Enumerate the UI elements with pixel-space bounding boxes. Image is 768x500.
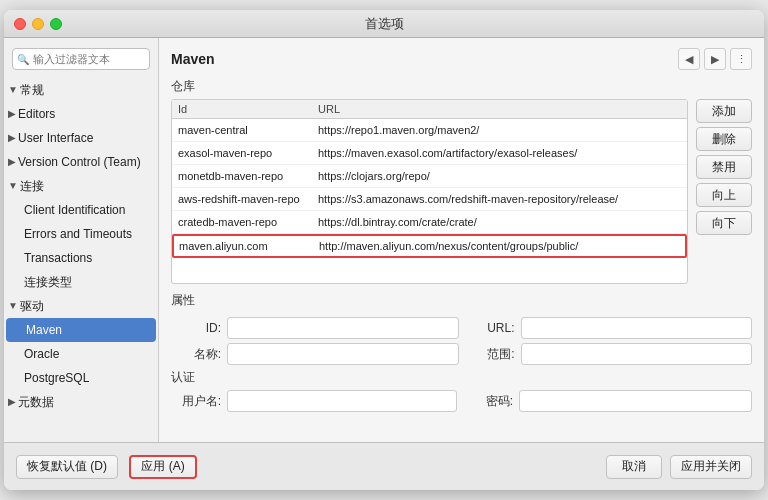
down-button[interactable]: 向下 [696,211,752,235]
sidebar-item-connections[interactable]: ▼连接 [4,174,158,198]
table-side-buttons: 添加 删除 禁用 向上 向下 [696,99,752,292]
repo-table: Id URL maven-central https://repo1.maven… [171,99,688,284]
cancel-button[interactable]: 取消 [606,455,662,479]
sidebar-item-metadata[interactable]: ▶元数据 [4,390,158,414]
header-id: Id [178,103,318,115]
traffic-lights [14,18,62,30]
add-button[interactable]: 添加 [696,99,752,123]
apply-button[interactable]: 应用 (A) [129,455,196,479]
id-input[interactable] [227,317,459,339]
sidebar-item-errors[interactable]: Errors and Timeouts [4,222,158,246]
close-button[interactable] [14,18,26,30]
cell-id: monetdb-maven-repo [178,167,318,185]
sidebar-item-version-control[interactable]: ▶Version Control (Team) [4,150,158,174]
footer-right: 取消 应用并关闭 [606,455,752,479]
sidebar-item-conn-type[interactable]: 连接类型 [4,270,158,294]
sidebar-label: 常规 [20,80,44,100]
scope-input[interactable] [521,343,753,365]
sidebar-label: 元数据 [18,392,54,412]
password-label: 密码: [463,390,513,412]
sidebar-label: 连接 [20,176,44,196]
main-panel: Maven ◀ ▶ ⋮ 仓库 Id URL maven-cent [159,38,764,442]
url-input[interactable] [521,317,753,339]
sidebar-item-driver[interactable]: ▼驱动 [4,294,158,318]
sidebar-item-postgresql[interactable]: PostgreSQL [4,366,158,390]
minimize-button[interactable] [32,18,44,30]
delete-button[interactable]: 删除 [696,127,752,151]
cell-url: https://dl.bintray.com/crate/crate/ [318,213,681,231]
id-label: ID: [171,317,221,339]
table-row[interactable]: monetdb-maven-repo https://clojars.org/r… [172,165,687,188]
arrow-icon: ▶ [8,152,16,172]
search-box: 🔍 [12,48,150,70]
apply-close-button[interactable]: 应用并关闭 [670,455,752,479]
panel-title: Maven [171,51,215,67]
cell-url: https://repo1.maven.org/maven2/ [318,121,681,139]
sidebar-label: Editors [18,104,55,124]
maximize-button[interactable] [50,18,62,30]
password-input[interactable] [519,390,752,412]
header-url: URL [318,103,681,115]
sidebar-item-client-id[interactable]: Client Identification [4,198,158,222]
name-input[interactable] [227,343,459,365]
table-body: maven-central https://repo1.maven.org/ma… [172,119,687,258]
cell-id: exasol-maven-repo [178,144,318,162]
repo-table-container: Id URL maven-central https://repo1.maven… [171,99,688,292]
disable-button[interactable]: 禁用 [696,155,752,179]
cell-id: maven-central [178,121,318,139]
table-row[interactable]: cratedb-maven-repo https://dl.bintray.co… [172,211,687,234]
sidebar-item-maven[interactable]: Maven [6,318,156,342]
title-bar: 首选项 [4,10,764,38]
cell-url: https://clojars.org/repo/ [318,167,681,185]
footer-left: 恢复默认值 (D) 应用 (A) [16,455,598,479]
url-label: URL: [465,317,515,339]
nav-back-icon[interactable]: ◀ [678,48,700,70]
search-input[interactable] [12,48,150,70]
nav-forward-icon[interactable]: ▶ [704,48,726,70]
table-row[interactable]: maven-central https://repo1.maven.org/ma… [172,119,687,142]
properties-section-label: 属性 [171,292,752,309]
sidebar-item-transactions[interactable]: Transactions [4,246,158,270]
cell-url: https://s3.amazonaws.com/redshift-maven-… [318,190,681,208]
sidebar-item-user-interface[interactable]: ▶User Interface [4,126,158,150]
restore-defaults-button[interactable]: 恢复默认值 (D) [16,455,118,479]
table-row[interactable]: exasol-maven-repo https://maven.exasol.c… [172,142,687,165]
sidebar-item-oracle[interactable]: Oracle [4,342,158,366]
cell-id: aws-redshift-maven-repo [178,190,318,208]
arrow-icon: ▼ [8,296,18,316]
menu-icon[interactable]: ⋮ [730,48,752,70]
sidebar-label: 驱动 [20,296,44,316]
sidebar-item-editors[interactable]: ▶Editors [4,102,158,126]
cell-url: https://maven.exasol.com/artifactory/exa… [318,144,681,162]
username-input[interactable] [227,390,457,412]
table-row[interactable]: maven.aliyun.com http://maven.aliyun.com… [172,234,687,258]
cell-url: http://maven.aliyun.com/nexus/content/gr… [319,237,680,255]
header-icons: ◀ ▶ ⋮ [678,48,752,70]
bottom-bar: 恢复默认值 (D) 应用 (A) 取消 应用并关闭 [4,442,764,490]
arrow-icon: ▼ [8,176,18,196]
preferences-window: 首选项 🔍 ▼常规▶Editors▶User Interface▶Version… [4,10,764,490]
arrow-icon: ▶ [8,104,16,124]
scope-label: 范围: [465,343,515,365]
properties-grid: ID: URL: 名称: 范围: [171,317,752,365]
content-area: 🔍 ▼常规▶Editors▶User Interface▶Version Con… [4,38,764,442]
up-button[interactable]: 向上 [696,183,752,207]
sidebar: 🔍 ▼常规▶Editors▶User Interface▶Version Con… [4,38,159,442]
cell-id: cratedb-maven-repo [178,213,318,231]
sidebar-label: Version Control (Team) [18,152,141,172]
auth-section: 认证 用户名: 密码: [171,369,752,412]
arrow-icon: ▶ [8,128,16,148]
sidebar-label: User Interface [18,128,93,148]
table-section: Id URL maven-central https://repo1.maven… [171,99,752,292]
username-label: 用户名: [171,390,221,412]
arrow-icon: ▼ [8,80,18,100]
sidebar-item-general[interactable]: ▼常规 [4,78,158,102]
name-label: 名称: [171,343,221,365]
arrow-icon: ▶ [8,392,16,412]
search-icon: 🔍 [17,54,29,65]
auth-grid: 用户名: 密码: [171,390,752,412]
main-header: Maven ◀ ▶ ⋮ [171,48,752,70]
table-row[interactable]: aws-redshift-maven-repo https://s3.amazo… [172,188,687,211]
table-header: Id URL [172,100,687,119]
window-title: 首选项 [365,15,404,33]
